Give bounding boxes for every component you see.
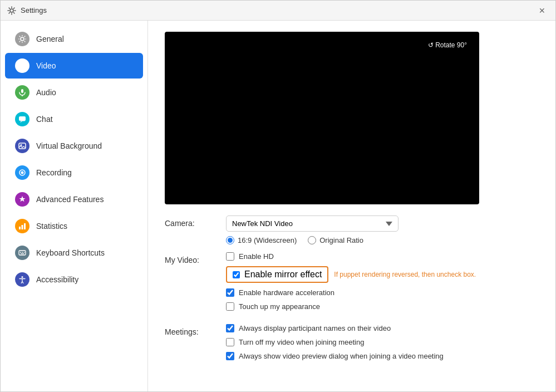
sidebar-label-statistics: Statistics (36, 222, 67, 231)
vbg-icon-wrap (15, 139, 29, 153)
statistics-icon (18, 222, 26, 230)
enable-mirror-label: Enable mirror effect (244, 270, 322, 280)
settings-icon (7, 6, 16, 15)
camera-select[interactable]: NewTek NDI Video (226, 215, 398, 232)
ratio-row: 16:9 (Widescreen) Original Ratio (226, 236, 479, 244)
recording-icon-wrap (15, 165, 29, 180)
recording-icon (18, 169, 26, 177)
sidebar-item-keyboard-shortcuts[interactable]: Keyboard Shortcuts (5, 240, 143, 266)
always-display-names-checkbox[interactable] (226, 324, 234, 332)
chat-icon-wrap (15, 112, 29, 126)
enable-hd-label: Enable HD (239, 252, 274, 261)
turn-off-video-label: Turn off my video when joining meeting (239, 338, 364, 346)
close-button[interactable]: ✕ (535, 5, 549, 16)
video-icon (18, 62, 26, 70)
turn-off-video-option[interactable]: Turn off my video when joining meeting (226, 338, 479, 346)
touch-up-label: Touch up my appearance (239, 302, 320, 311)
touch-up-checkbox[interactable] (226, 302, 234, 311)
sidebar-item-virtual-background[interactable]: Virtual Background (5, 133, 143, 159)
sidebar-item-video[interactable]: Video (5, 53, 143, 79)
svg-point-18 (22, 276, 23, 278)
general-icon (18, 35, 26, 43)
svg-rect-11 (22, 225, 23, 229)
audio-icon (18, 89, 26, 96)
always-show-preview-option[interactable]: Always show video preview dialog when jo… (226, 352, 479, 360)
sidebar-label-general: General (36, 35, 64, 43)
svg-rect-15 (22, 252, 23, 253)
sidebar-item-accessibility[interactable]: Accessibility (5, 267, 143, 292)
sidebar-label-recording: Recording (36, 168, 72, 177)
my-video-row: My Video: Enable HD Enable mirror effect… (165, 252, 479, 316)
svg-rect-3 (21, 89, 23, 93)
enable-hw-accel-label: Enable hardware acceleration (239, 288, 334, 297)
video-preview-container: ↺ Rotate 90° (165, 32, 479, 204)
general-icon-wrap (15, 32, 29, 46)
sidebar-label-vbg: Virtual Background (36, 141, 102, 150)
camera-controls: NewTek NDI Video 16:9 (Widescreen) Origi… (226, 215, 479, 244)
keyboard-icon (18, 249, 26, 257)
always-show-preview-checkbox[interactable] (226, 352, 234, 360)
video-icon-wrap (15, 58, 29, 73)
svg-rect-10 (19, 227, 21, 229)
sidebar-label-advanced: Advanced Features (36, 195, 104, 204)
enable-mirror-option[interactable]: Enable mirror effect (226, 266, 328, 283)
svg-rect-16 (24, 252, 25, 253)
sidebar-label-keyboard: Keyboard Shortcuts (36, 248, 105, 257)
statistics-icon-wrap (15, 219, 29, 233)
enable-mirror-checkbox[interactable] (233, 271, 240, 278)
sidebar-item-audio[interactable]: Audio (5, 80, 143, 105)
meetings-controls: Always display participant names on thei… (226, 324, 479, 366)
sidebar-item-general[interactable]: General (5, 26, 143, 52)
ratio-widescreen[interactable]: 16:9 (Widescreen) (226, 236, 297, 244)
title-bar: Settings ✕ (1, 1, 555, 21)
sidebar-item-advanced-features[interactable]: Advanced Features (5, 187, 143, 212)
always-display-names-option[interactable]: Always display participant names on thei… (226, 324, 479, 332)
accessibility-icon-wrap (15, 272, 29, 287)
svg-point-0 (10, 9, 13, 12)
enable-hw-accel-checkbox[interactable] (226, 288, 234, 297)
enable-hw-accel-option[interactable]: Enable hardware acceleration (226, 288, 479, 297)
accessibility-icon (18, 276, 26, 283)
mirror-hint: If puppet rendering reversed, then unche… (334, 271, 476, 278)
sidebar-item-chat[interactable]: Chat (5, 106, 143, 132)
svg-point-9 (21, 171, 24, 174)
ratio-original-input[interactable] (308, 236, 316, 244)
svg-rect-12 (24, 223, 26, 229)
turn-off-video-checkbox[interactable] (226, 338, 234, 346)
svg-rect-5 (19, 116, 26, 121)
mirror-effect-row: Enable mirror effect If puppet rendering… (226, 266, 479, 283)
ratio-original[interactable]: Original Ratio (308, 236, 363, 244)
vbg-icon (18, 142, 26, 150)
keyboard-icon-wrap (15, 246, 29, 260)
svg-rect-2 (19, 63, 23, 68)
meetings-label: Meetings: (165, 324, 226, 336)
ratio-original-label: Original Ratio (319, 236, 363, 244)
sidebar-label-accessibility: Accessibility (36, 275, 78, 284)
camera-label: Camera: (165, 215, 226, 228)
enable-hd-option[interactable]: Enable HD (226, 252, 479, 261)
touch-up-option[interactable]: Touch up my appearance (226, 302, 479, 311)
chat-icon (18, 115, 26, 123)
rotate-button[interactable]: ↺ Rotate 90° (422, 38, 473, 52)
audio-icon-wrap (15, 85, 29, 100)
title-bar-left: Settings (7, 6, 47, 15)
sidebar-label-audio: Audio (36, 88, 56, 97)
sidebar: General Video Audio (1, 21, 148, 392)
svg-rect-14 (20, 252, 21, 253)
my-video-label: My Video: (165, 252, 226, 264)
video-preview (165, 32, 479, 204)
ratio-widescreen-input[interactable] (226, 236, 234, 244)
advanced-icon-wrap (15, 192, 29, 207)
sidebar-item-statistics[interactable]: Statistics (5, 213, 143, 239)
always-show-preview-label: Always show video preview dialog when jo… (239, 352, 444, 360)
svg-point-1 (21, 37, 24, 41)
sidebar-item-recording[interactable]: Recording (5, 160, 143, 185)
meetings-row: Meetings: Always display participant nam… (165, 324, 479, 366)
camera-row: Camera: NewTek NDI Video 16:9 (Widescree… (165, 215, 479, 244)
my-video-controls: Enable HD Enable mirror effect If puppet… (226, 252, 479, 316)
advanced-icon (18, 195, 26, 203)
svg-rect-17 (21, 253, 24, 254)
enable-hd-checkbox[interactable] (226, 252, 234, 261)
always-display-names-label: Always display participant names on thei… (239, 324, 391, 332)
ratio-widescreen-label: 16:9 (Widescreen) (238, 236, 297, 244)
